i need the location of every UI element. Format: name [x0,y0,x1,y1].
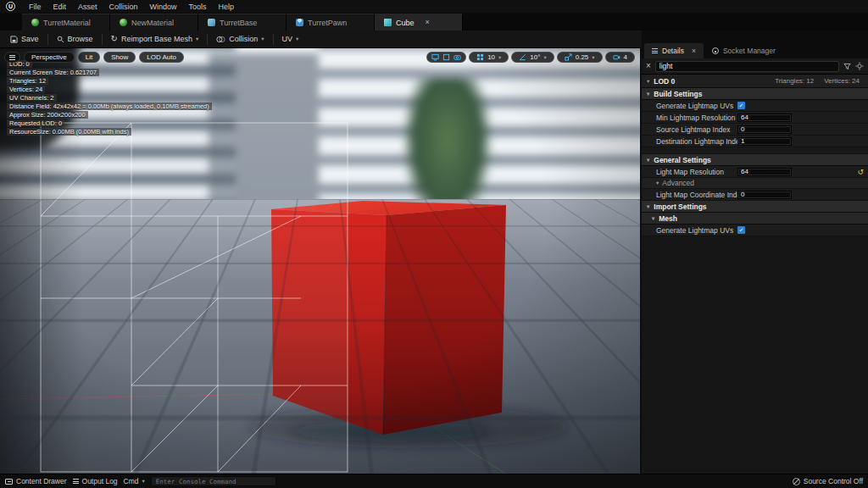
section-label: General Settings [654,156,711,164]
grid-snap-control[interactable]: 10 ▾ [469,52,509,63]
lod0-vertices: Vertices: 24 [824,77,860,85]
output-log-label: Output Log [82,477,118,485]
details-tab-label: Details [662,47,684,55]
chevron-down-icon: ▾ [261,36,264,42]
perspective-dropdown[interactable]: Perspective [24,52,75,63]
section-import-settings[interactable]: ▾ Import Settings [642,201,868,213]
cmd-dropdown[interactable]: Cmd ▾ [124,477,145,485]
stat-requested-lod: Requested LOD: 0 [7,119,64,127]
chevron-down-icon: ▾ [656,180,659,186]
section-label: Import Settings [654,202,706,211]
details-search-input[interactable] [655,61,839,72]
lod0-header[interactable]: ▾ LOD 0 Triangles: 12 Vertices: 24 [642,75,868,88]
menu-help[interactable]: Help [213,3,241,11]
reimport-label: Reimport Base Mesh [121,35,192,43]
screen-size-button[interactable] [426,52,466,63]
section-build-settings[interactable]: ▾ Build Settings [642,88,868,100]
lod0-triangles: Triangles: 12 [775,77,814,85]
chevron-down-icon[interactable]: ▾ [592,54,594,61]
advanced-expander[interactable]: ▾ Advanced [642,178,868,189]
filter-icon[interactable] [843,63,851,70]
uv-dropdown[interactable]: UV ▾ [276,33,305,45]
content-drawer-icon [5,479,13,485]
save-label: Save [21,35,39,43]
menu-edit[interactable]: Edit [47,3,73,11]
details-search-row: × [642,58,868,75]
toolbar-separator [273,34,274,45]
chevron-down-icon: ▾ [647,157,649,164]
tab-label: TurretMaterial [43,19,91,27]
clear-search-icon[interactable]: × [646,62,651,70]
property-label: Min Lightmap Resolution [656,114,736,122]
socket-manager-tab-label: Socket Manager [723,47,776,55]
gear-icon[interactable] [855,62,864,70]
menu-collision[interactable]: Collision [103,3,144,11]
lit-dropdown[interactable]: Lit [78,52,100,63]
details-icon [652,48,658,53]
source-control-button[interactable]: Source Control Off [793,477,863,485]
close-tab-icon[interactable]: × [426,19,430,26]
row-light-map-coordinate-index: Light Map Coordinate Index 0 [642,189,868,201]
static-mesh-cube-icon [384,19,392,26]
scale-snap-control[interactable]: 0.25 ▾ [557,52,603,63]
camera-speed-icon [613,53,620,61]
reset-to-default-icon[interactable]: ↺ [857,168,864,176]
stat-distance-field: Distance Field: 42x42x42 = 0.00Mb (alway… [7,103,212,110]
reimport-base-mesh-button[interactable]: ↻ Reimport Base Mesh ▾ [105,33,205,45]
tab-turretbase[interactable]: TurretBase [198,14,287,30]
row-min-lightmap-resolution: Min Lightmap Resolution 64 [642,112,868,124]
tab-newmaterial[interactable]: NewMaterial [110,14,198,30]
section-mesh[interactable]: ▾ Mesh [642,213,868,225]
tab-socket-manager[interactable]: Socket Manager [704,43,783,58]
save-button[interactable]: Save [4,33,45,45]
mesh-stats-overlay: LOD: 0 Current Screen Size: 0.621707 Tri… [7,60,212,136]
menu-tools[interactable]: Tools [183,3,213,11]
section-general-settings[interactable]: ▾ General Settings [642,154,868,166]
stat-triangles: Triangles: 12 [7,77,48,85]
show-dropdown[interactable]: Show [103,52,136,63]
tab-turretmaterial[interactable]: TurretMaterial [22,14,110,30]
lod-auto-dropdown[interactable]: LOD Auto [139,52,184,63]
camera-icon [453,53,461,61]
min-lightmap-resolution-input[interactable]: 64 [737,114,792,122]
collision-label: Collision [229,35,258,43]
tab-cube[interactable]: Cube × [375,14,463,30]
stat-uv-channels: UV Channels: 2 [7,94,57,102]
tab-turretpawn[interactable]: TurretPawn [287,14,375,30]
generate-lightmap-uvs-checkbox[interactable] [737,102,745,109]
pawn-icon [296,19,303,26]
browse-button[interactable]: Browse [51,33,99,45]
toolbar-separator [207,34,208,45]
menu-file[interactable]: File [23,3,47,11]
chevron-down-icon[interactable]: ▾ [196,36,198,42]
row-light-map-resolution: Light Map Resolution 64 ↺ [642,166,868,178]
row-generate-lightmap-uvs: Generate Lightmap UVs [642,100,868,112]
rotation-snap-control[interactable]: 10° ▾ [511,52,554,63]
close-icon[interactable]: × [692,47,696,55]
tab-details[interactable]: Details × [644,43,704,58]
tab-label: Cube [396,19,415,27]
menu-window[interactable]: Window [144,3,183,11]
content-drawer-button[interactable]: Content Drawer [5,477,67,485]
viewport-options-button[interactable] [4,52,20,63]
camera-speed-control[interactable]: 4 [605,52,635,63]
collision-dropdown[interactable]: Collision ▾ [210,33,270,45]
panel-gap [640,30,868,42]
3d-viewport[interactable]: LOD: 0 Current Screen Size: 0.621707 Tri… [0,48,640,474]
generate-lightmap-uvs-import-checkbox[interactable] [737,226,745,234]
unreal-logo-icon[interactable]: U [6,2,15,11]
stat-approx-size: Approx Size: 200x200x200 [7,111,88,119]
light-map-coordinate-index-input[interactable]: 0 [737,191,792,199]
collision-icon [216,36,225,43]
menu-asset[interactable]: Asset [72,3,103,11]
output-log-button[interactable]: Output Log [73,477,118,485]
chevron-down-icon[interactable]: ▾ [498,54,501,61]
chevron-down-icon[interactable]: ▾ [543,54,546,61]
source-lightmap-index-input[interactable]: 0 [737,125,792,134]
row-source-lightmap-index: Source Lightmap Index 0 [642,124,868,136]
chevron-down-icon: ▾ [142,478,145,485]
destination-lightmap-index-input[interactable]: 1 [737,137,792,146]
console-command-input[interactable] [151,476,276,486]
light-map-resolution-input[interactable]: 64 [737,168,792,176]
scale-snap-value: 0.25 [576,53,589,61]
